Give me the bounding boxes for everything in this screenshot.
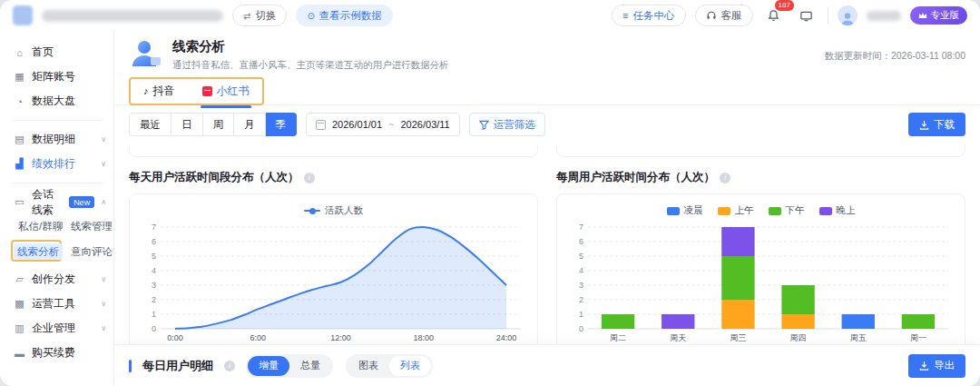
- view-sample-data-button[interactable]: ⊙ 查看示例数据: [296, 5, 392, 26]
- filter-toolbar: 最近日周月季 2026/01/01 ~ 2026/03/11 运营筛选 下载: [114, 105, 980, 144]
- svg-text:18:00: 18:00: [413, 333, 434, 342]
- download-icon: [919, 120, 929, 130]
- export-button[interactable]: 导出: [908, 354, 965, 378]
- svg-text:周四: 周四: [790, 333, 807, 342]
- info-icon[interactable]: i: [224, 361, 235, 371]
- sidebar-item-data-dashboard[interactable]: ◔数据大盘: [0, 89, 113, 114]
- toggle-增量[interactable]: 增量: [248, 356, 289, 376]
- sidebar-item-data-detail[interactable]: ▤数据明细∨: [0, 127, 113, 152]
- sidebar-subitem-线索管理[interactable]: 线索管理: [67, 217, 114, 236]
- customer-service-button[interactable]: 客服: [695, 5, 753, 26]
- weekly-active-stacked-bar-chart[interactable]: 01234567周二周天周三周四周五周一: [564, 220, 957, 344]
- line-chart-card: 活跃人数 012345670:006:0012:0018:0024:00: [129, 193, 538, 344]
- sample-data-label: 查看示例数据: [319, 9, 382, 23]
- svg-text:3: 3: [579, 281, 583, 290]
- download-label: 下载: [934, 118, 955, 132]
- active-subitem-annotation-box: 线索分析: [11, 240, 62, 262]
- task-list-icon: ≡: [622, 10, 628, 21]
- detail-icon: ▤: [14, 134, 25, 145]
- pro-version-badge[interactable]: 专业版: [910, 6, 968, 25]
- purchase-icon: ▬: [14, 348, 25, 359]
- eye-icon: ⊙: [307, 11, 314, 21]
- sidebar-item-purchase-renew[interactable]: ▬购买续费: [0, 341, 113, 365]
- tab-抖音[interactable]: ♪抖音: [143, 82, 175, 101]
- legend-item-晚上[interactable]: 晚上: [819, 204, 856, 217]
- headset-icon: [706, 10, 717, 21]
- range-option-日[interactable]: 日: [172, 113, 203, 136]
- active-users-line-chart[interactable]: 012345670:006:0012:0018:0024:00: [137, 220, 530, 344]
- task-center-button[interactable]: ≡ 任务中心: [612, 5, 685, 26]
- toggle-group-amount-mode: 增量总量: [246, 354, 333, 378]
- sidebar: ⌂首页▦矩阵账号◔数据大盘▤数据明细∨▟绩效排行∨▭会话线索New∧私信/群聊线…: [0, 31, 114, 386]
- session-icon: ▭: [14, 196, 25, 208]
- sidebar-subitem-意向评论[interactable]: 意向评论: [67, 242, 114, 262]
- date-range-picker[interactable]: 2026/01/01 ~ 2026/03/11: [306, 113, 460, 136]
- date-separator: ~: [388, 119, 394, 130]
- user-name-redacted: [867, 11, 901, 21]
- sidebar-item-session-leads[interactable]: ▭会话线索New∧: [0, 190, 113, 214]
- filter-icon: [479, 120, 489, 130]
- info-icon[interactable]: i: [720, 173, 730, 183]
- sidebar-item-performance-rank[interactable]: ▟绩效排行∨: [0, 152, 113, 176]
- screen-cast-button[interactable]: [795, 4, 818, 27]
- sidebar-item-home[interactable]: ⌂首页: [0, 40, 113, 64]
- previous-card-bottom-right: [556, 145, 965, 157]
- sidebar-item-label: 数据大盘: [32, 94, 75, 109]
- operator-filter-button[interactable]: 运营筛选: [469, 113, 545, 136]
- svg-text:周五: 周五: [850, 333, 867, 342]
- sidebar-subitem-线索分析[interactable]: 线索分析: [14, 243, 63, 260]
- page-subtitle: 通过抖音私信、直播小风车、主页等渠道互动的用户进行数据分析: [172, 59, 449, 72]
- range-option-周[interactable]: 周: [203, 113, 235, 136]
- notification-count-badge: 187: [774, 0, 795, 12]
- task-center-label: 任务中心: [633, 9, 675, 23]
- create-icon: ▱: [14, 273, 25, 285]
- range-option-月[interactable]: 月: [234, 113, 266, 136]
- svg-text:周天: 周天: [670, 333, 686, 342]
- toggle-总量[interactable]: 总量: [289, 356, 331, 376]
- svg-text:12:00: 12:00: [330, 333, 351, 342]
- svg-text:6:00: 6:00: [250, 333, 266, 342]
- detail-section-title: 每日用户明细: [142, 358, 213, 374]
- pro-badge-label: 专业版: [931, 9, 960, 22]
- download-button[interactable]: 下载: [908, 113, 965, 136]
- bar-chart-legend: 凌晨上午下午晚上: [564, 202, 957, 220]
- page-title: 线索分析: [172, 38, 449, 55]
- legend-item-活跃人数[interactable]: 活跃人数: [304, 204, 363, 217]
- svg-text:6: 6: [579, 237, 583, 246]
- tab-小红书[interactable]: 小红书: [202, 82, 250, 101]
- legend-item-下午[interactable]: 下午: [769, 204, 805, 217]
- legend-item-上午[interactable]: 上午: [718, 204, 754, 217]
- matrix-icon: ▦: [14, 71, 25, 83]
- range-option-最近[interactable]: 最近: [129, 113, 172, 136]
- toggle-列表[interactable]: 列表: [389, 356, 431, 376]
- sidebar-item-enterprise-manage[interactable]: ▥企业管理∨: [0, 316, 113, 341]
- sidebar-subitems-session-leads: 私信/群聊线索管理线索分析意向评论: [0, 214, 113, 267]
- legend-item-凌晨[interactable]: 凌晨: [667, 204, 703, 217]
- range-option-季[interactable]: 季: [266, 113, 298, 136]
- legend-label: 凌晨: [684, 204, 703, 217]
- sidebar-item-label: 创作分发: [32, 272, 75, 287]
- svg-text:周一: 周一: [910, 333, 926, 342]
- chevron-down-icon: ∨: [101, 300, 106, 308]
- sidebar-item-matrix-account[interactable]: ▦矩阵账号: [0, 64, 113, 89]
- person-icon: [839, 11, 856, 25]
- toggle-图表[interactable]: 图表: [348, 356, 389, 376]
- svg-text:3: 3: [152, 281, 156, 290]
- notification-button[interactable]: 187: [762, 4, 786, 27]
- sidebar-subitem-私信/群聊[interactable]: 私信/群聊: [15, 217, 62, 236]
- service-label: 客服: [721, 9, 742, 23]
- info-icon[interactable]: i: [304, 173, 315, 183]
- svg-text:0: 0: [579, 324, 583, 333]
- svg-text:周二: 周二: [610, 333, 626, 342]
- date-start: 2026/01/01: [332, 119, 382, 130]
- data-update-time: 数据更新时间：2026-03-11 08:00: [824, 50, 965, 63]
- legend-swatch-icon: [769, 207, 781, 215]
- charts-scroll-area[interactable]: 每天用户活跃时间段分布（人次） i 活跃人数 012345670:006:001…: [114, 144, 980, 344]
- sidebar-item-operation-tools[interactable]: ▩运营工具∨: [0, 292, 113, 316]
- company-name-redacted: [42, 10, 223, 22]
- svg-text:7: 7: [152, 223, 156, 232]
- user-avatar[interactable]: [838, 5, 858, 25]
- switch-icon: ⇄: [243, 11, 250, 21]
- sidebar-item-creation-distribute[interactable]: ▱创作分发∨: [0, 267, 113, 292]
- switch-account-button[interactable]: ⇄ 切换: [232, 5, 287, 26]
